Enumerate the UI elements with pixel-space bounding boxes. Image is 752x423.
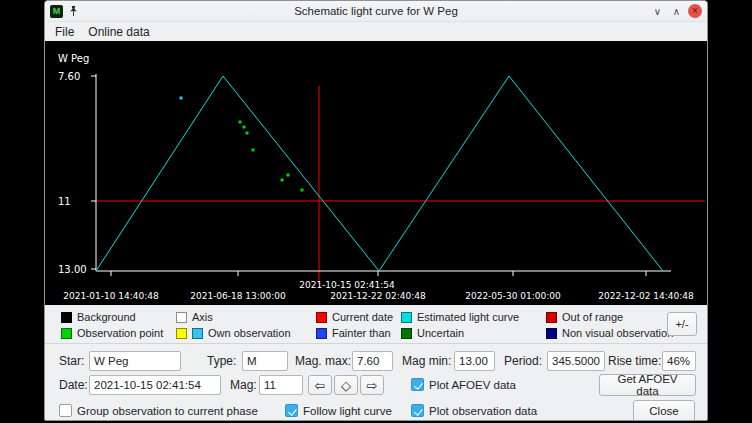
legend-item-uncertain: Uncertain <box>401 327 546 339</box>
svg-text:13.00: 13.00 <box>58 264 87 275</box>
legend-item-background: Background <box>61 311 176 323</box>
menu-online-data[interactable]: Online data <box>88 25 149 39</box>
menu-file[interactable]: File <box>55 25 74 39</box>
pin-icon[interactable] <box>68 5 79 17</box>
app-icon[interactable]: M <box>50 5 63 18</box>
svg-text:2022-12-02 14:40:48: 2022-12-02 14:40:48 <box>598 291 694 301</box>
svg-text:2021-10-15 02:41:54: 2021-10-15 02:41:54 <box>299 280 395 290</box>
fainter-than-swatch <box>316 328 327 339</box>
svg-text:2022-05-30 01:00:00: 2022-05-30 01:00:00 <box>465 291 561 301</box>
non-visual-swatch <box>546 328 557 339</box>
close-button[interactable]: Close <box>633 400 695 421</box>
legend-label: Out of range <box>562 311 623 323</box>
legend-label: Own observation <box>208 327 291 339</box>
legend-panel: Background Axis Current date Estimated l… <box>45 305 707 343</box>
date-label: Date: <box>59 375 88 395</box>
legend-item-fainter-than: Fainter than <box>316 327 401 339</box>
mag-input[interactable] <box>259 375 303 395</box>
estimated-curve-swatch <box>401 312 412 323</box>
date-input[interactable] <box>89 375 221 395</box>
legend-item-observation-point: Observation point <box>61 327 176 339</box>
group-observation-label: Group observation to current phase <box>77 401 258 421</box>
pin-icon-glyph <box>68 5 79 17</box>
observation-point-swatch <box>61 328 72 339</box>
legend-expand-button[interactable]: +/- <box>667 312 697 336</box>
follow-light-curve-checkbox[interactable] <box>285 404 298 417</box>
app-window: Schematic light curve for W Peg M ∨ ∧ × … <box>44 0 708 421</box>
mag-label: Mag: <box>230 375 257 395</box>
rise-time-label: Rise time: <box>608 351 661 371</box>
titlebar[interactable]: Schematic light curve for W Peg M ∨ ∧ × <box>45 1 707 22</box>
legend-item-estimated-curve: Estimated light curve <box>401 311 546 323</box>
background-swatch <box>61 312 72 323</box>
legend-item-current-date: Current date <box>316 311 401 323</box>
out-of-range-swatch <box>546 312 557 323</box>
svg-text:2021-12-22 02:40:48: 2021-12-22 02:40:48 <box>330 291 426 301</box>
svg-text:11: 11 <box>58 196 71 207</box>
svg-text:2021-06-18 13:00:00: 2021-06-18 13:00:00 <box>190 291 286 301</box>
control-panel: Star: Type: Mag. max: Mag min: Period: R… <box>45 343 707 421</box>
legend-row: Observation point Own observation Fainte… <box>61 326 707 340</box>
rise-time-input[interactable] <box>662 351 696 371</box>
type-input[interactable] <box>242 351 288 371</box>
plot-observation-label: Plot observation data <box>429 401 537 421</box>
star-label: Star: <box>59 351 84 371</box>
legend-label: Uncertain <box>417 327 464 339</box>
uncertain-swatch <box>401 328 412 339</box>
period-label: Period: <box>504 351 542 371</box>
group-observation-checkbox[interactable] <box>59 404 72 417</box>
legend-label: Fainter than <box>332 327 391 339</box>
legend-item-axis: Axis <box>176 311 316 323</box>
plot-afoev-checkbox[interactable] <box>411 378 424 391</box>
light-curve-chart[interactable]: 2021-01-10 14:40:482021-06-18 13:00:0020… <box>45 41 707 305</box>
legend-label: Current date <box>332 311 393 323</box>
legend-label: Background <box>77 311 136 323</box>
type-label: Type: <box>207 351 236 371</box>
legend-label: Non visual observation <box>562 327 673 339</box>
legend-row: Background Axis Current date Estimated l… <box>61 310 707 324</box>
follow-light-curve-label: Follow light curve <box>303 401 392 421</box>
own-observation-swatch <box>192 328 203 339</box>
mag-min-label: Mag min: <box>402 351 451 371</box>
mag-max-label: Mag. max: <box>295 351 351 371</box>
step-forward-button[interactable]: ⇨ <box>360 375 384 395</box>
current-phase-button[interactable]: ◇ <box>334 375 358 395</box>
plot-area[interactable]: 2021-01-10 14:40:482021-06-18 13:00:0020… <box>45 41 707 305</box>
get-afoev-button[interactable]: Get AFOEV data <box>599 374 696 396</box>
star-input[interactable] <box>89 351 181 371</box>
legend-label: Axis <box>192 311 213 323</box>
legend-item-own-observation: Own observation <box>176 327 316 339</box>
current-date-swatch <box>316 312 327 323</box>
minimize-button[interactable]: ∨ <box>650 4 665 19</box>
desktop: { "colors": { "accent": "#3daee9", "curv… <box>0 0 752 423</box>
window-title: Schematic light curve for W Peg <box>45 5 707 17</box>
legend-label: Observation point <box>77 327 163 339</box>
legend-label: Estimated light curve <box>417 311 519 323</box>
menubar: File Online data <box>45 22 707 41</box>
plot-afoev-label: Plot AFOEV data <box>429 375 516 395</box>
mag-min-input[interactable] <box>454 351 495 371</box>
selected-swatch <box>176 328 187 339</box>
svg-text:7.60: 7.60 <box>58 71 80 82</box>
mag-max-input[interactable] <box>352 351 393 371</box>
step-back-button[interactable]: ⇦ <box>308 375 332 395</box>
maximize-button[interactable]: ∧ <box>669 4 684 19</box>
period-input[interactable] <box>547 351 605 371</box>
close-window-icon[interactable]: × <box>688 4 702 18</box>
plot-observation-checkbox[interactable] <box>411 404 424 417</box>
svg-text:2021-01-10 14:40:48: 2021-01-10 14:40:48 <box>63 291 159 301</box>
axis-swatch <box>176 312 187 323</box>
svg-text:W Peg: W Peg <box>58 53 89 64</box>
